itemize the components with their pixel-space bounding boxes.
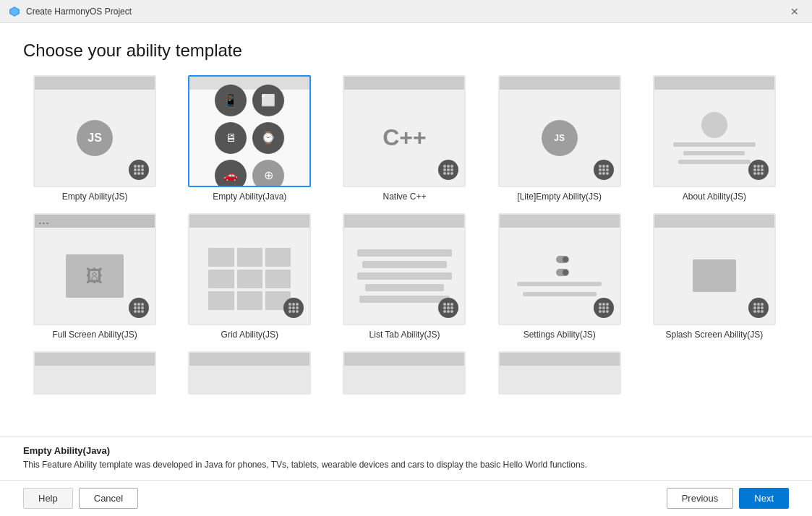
title-bar-left: Create HarmonyOS Project	[9, 6, 132, 17]
grid-cell	[237, 291, 262, 310]
partial-card-2[interactable]	[178, 351, 321, 395]
template-thumb-native-cpp: C++	[343, 75, 466, 187]
template-label: Full Screen Ability(JS)	[52, 330, 137, 340]
thumb-header	[344, 215, 464, 228]
selected-template-title: Empty Ability(Java)	[23, 445, 789, 456]
partial-card-1[interactable]	[23, 351, 166, 395]
footer-left-buttons: Help Cancel	[23, 488, 138, 509]
settings-toggle	[556, 256, 569, 263]
thumb-inner: JS	[500, 77, 620, 186]
thumb-inner	[500, 215, 620, 324]
template-thumb-splash	[653, 213, 776, 325]
thumb-header	[654, 77, 774, 90]
template-thumb-settings	[498, 213, 621, 325]
about-circle	[701, 112, 727, 138]
about-line-2	[683, 151, 745, 155]
partial-card-3[interactable]	[333, 351, 476, 395]
template-card-lite-empty-ability-js[interactable]: JS [Lite]Empty Ability(JS)	[488, 75, 631, 202]
partial-header	[35, 353, 155, 366]
thumb-header	[500, 77, 620, 90]
template-label: Empty Ability(Java)	[213, 192, 286, 202]
java-icon-tablet: ⬜	[252, 85, 284, 116]
template-card-empty-ability-java[interactable]: 📱 ⬜ 🖥 ⌚ 🚗 ⊕ Empty Ability(Java)	[178, 75, 321, 202]
partial-thumb	[498, 351, 621, 395]
settings-row	[550, 269, 569, 276]
partial-header	[344, 353, 464, 366]
app-logo	[9, 6, 20, 17]
thumb-header	[35, 77, 155, 90]
templates-grid: JS Empty Ability(JS)	[23, 75, 786, 351]
title-bar-title: Create HarmonyOS Project	[26, 7, 132, 17]
cancel-button[interactable]: Cancel	[79, 488, 138, 509]
java-icon-tv: 🖥	[215, 122, 247, 154]
grid-cell	[237, 270, 262, 288]
fullscreen-image: 🖼	[66, 254, 124, 298]
template-card-empty-ability-js[interactable]: JS Empty Ability(JS)	[23, 75, 166, 202]
thumb-content: 📱 ⬜ 🖥 ⌚ 🚗 ⊕	[189, 90, 309, 186]
template-card-about-ability-js[interactable]: About Ability(JS)	[643, 75, 786, 202]
next-button[interactable]: Next	[739, 488, 789, 509]
grid-cell	[265, 270, 291, 288]
settings-toggle	[556, 269, 569, 276]
template-thumb-empty-ability-js: JS	[33, 75, 156, 187]
template-thumb-empty-ability-java: 📱 ⬜ 🖥 ⌚ 🚗 ⊕	[188, 75, 311, 187]
info-bar: Empty Ability(Java) This Feature Ability…	[0, 436, 812, 480]
list-row	[359, 296, 449, 303]
thumb-badge	[748, 160, 769, 180]
about-line-3	[678, 160, 750, 164]
template-label: Grid Ability(JS)	[221, 330, 278, 340]
grid-cell	[208, 248, 234, 267]
previous-button[interactable]: Previous	[667, 488, 734, 509]
partial-thumb	[33, 351, 156, 395]
template-label: [Lite]Empty Ability(JS)	[517, 192, 602, 202]
list-row	[362, 261, 447, 268]
partial-header	[189, 353, 309, 366]
java-icon-watch: ⌚	[252, 122, 284, 154]
template-thumb-grid	[188, 213, 311, 325]
template-thumb-about	[653, 75, 776, 187]
template-card-settings[interactable]: Settings Ability(JS)	[488, 213, 631, 340]
title-bar: Create HarmonyOS Project ✕	[0, 0, 812, 23]
template-label: Native C++	[383, 192, 426, 202]
page-title: Choose your ability template	[23, 40, 789, 61]
thumb-badge	[129, 298, 149, 318]
settings-row	[550, 256, 569, 263]
partial-thumb	[343, 351, 466, 395]
footer: Help Cancel Previous Next	[0, 480, 812, 516]
thumb-header	[654, 215, 774, 228]
grid-cell	[208, 270, 234, 288]
about-line-1	[673, 142, 756, 147]
grid-cell	[265, 248, 291, 267]
java-icons: 📱 ⬜ 🖥 ⌚ 🚗 ⊕	[200, 75, 299, 187]
grid-cell	[237, 248, 262, 267]
grid-cell	[208, 291, 234, 310]
template-card-full-screen[interactable]: • • • 🖼 Full Screen Ability(JS)	[23, 213, 166, 340]
template-card-native-cpp[interactable]: C++ Native C++	[333, 75, 476, 202]
thumb-header: • • •	[35, 215, 155, 228]
template-card-grid-ability[interactable]: Grid Ability(JS)	[178, 213, 321, 340]
thumb-inner	[654, 215, 774, 324]
thumb-badge	[594, 298, 614, 318]
thumb-header	[344, 77, 464, 90]
settings-line-plain	[517, 282, 602, 286]
java-icon-phone: 📱	[215, 85, 247, 116]
list-row	[365, 284, 445, 291]
template-label: About Ability(JS)	[683, 192, 746, 202]
partial-header	[500, 353, 620, 366]
template-card-splash-screen[interactable]: Splash Screen Ability(JS)	[643, 213, 786, 340]
template-thumb-fullscreen: • • • 🖼	[33, 213, 156, 325]
templates-scroll-area[interactable]: JS Empty Ability(JS)	[23, 75, 789, 436]
partial-thumb	[188, 351, 311, 395]
thumb-header	[189, 215, 309, 228]
template-card-list-tab[interactable]: List Tab Ability(JS)	[333, 213, 476, 340]
selected-template-description: This Feature Ability template was develo…	[23, 459, 789, 471]
close-button[interactable]: ✕	[786, 4, 803, 19]
thumb-inner-java: 📱 ⬜ 🖥 ⌚ 🚗 ⊕	[189, 77, 309, 186]
template-label: Splash Screen Ability(JS)	[666, 330, 764, 340]
splash-image	[693, 259, 736, 292]
partial-card-4[interactable]	[488, 351, 631, 395]
thumb-inner: • • • 🖼	[35, 215, 155, 324]
help-button[interactable]: Help	[23, 488, 73, 509]
thumb-inner	[654, 77, 774, 186]
footer-right-buttons: Previous Next	[667, 488, 789, 509]
